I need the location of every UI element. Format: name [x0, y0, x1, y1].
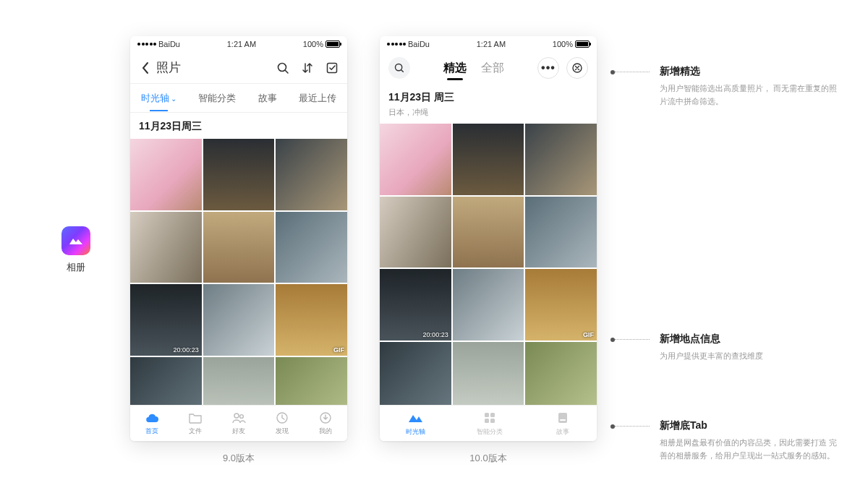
section-header: 11月23日周三: [130, 113, 347, 139]
photo-thumb[interactable]: [380, 342, 451, 405]
svg-rect-2: [328, 63, 337, 72]
annotation-connector-icon: [615, 72, 650, 72]
annotation-title: 新增精选: [660, 65, 841, 78]
signal-dots-icon: [137, 43, 156, 46]
gif-badge: GIF: [583, 331, 594, 338]
section-location: 日本，冲绳: [388, 107, 588, 118]
photo-thumb[interactable]: [453, 124, 524, 195]
photo-thumb[interactable]: 20:00:23: [380, 269, 451, 341]
photo-thumb[interactable]: [203, 212, 275, 283]
grid-icon: [482, 410, 498, 426]
photo-thumb[interactable]: [380, 124, 451, 195]
annotation-location: 新增地点信息 为用户提供更丰富的查找维度: [615, 333, 763, 363]
nav-bar: 照片: [130, 52, 347, 84]
download-icon: [318, 411, 333, 425]
scroll-area[interactable]: 11月23日 周三 日本，冲绳 20:00:23 GIF 11月23日 周三 摩…: [380, 84, 597, 405]
photo-thumb[interactable]: [525, 342, 597, 405]
segment-control: 精选 全部: [443, 61, 504, 76]
battery-label: 100%: [553, 40, 573, 48]
battery-label: 100%: [303, 40, 323, 48]
photo-thumb[interactable]: [276, 357, 347, 405]
photo-thumb[interactable]: [203, 139, 275, 210]
tab-files[interactable]: 文件: [188, 411, 203, 436]
annotation-title: 新增地点信息: [660, 333, 763, 346]
photo-thumb[interactable]: [276, 139, 347, 210]
photo-thumb[interactable]: [453, 269, 524, 341]
photo-thumb[interactable]: GIF: [276, 284, 347, 356]
clock-label: 1:21 AM: [227, 40, 256, 48]
section-date: 11月23日 周三: [388, 91, 588, 104]
carrier-label: BaiDu: [408, 40, 430, 48]
photo-thumb[interactable]: [380, 197, 451, 268]
phone-9: BaiDu 1:21 AM 100% 照片 时光轴⌄ 智能分类 故事 最近上传 …: [130, 36, 347, 441]
photo-thumb[interactable]: [525, 197, 597, 268]
story-icon: [555, 410, 571, 426]
svg-line-1: [286, 70, 289, 73]
back-button[interactable]: 照片: [139, 59, 181, 76]
tab-story[interactable]: 故事: [555, 410, 571, 437]
photo-thumb[interactable]: [276, 212, 347, 283]
scroll-area[interactable]: 11月23日周三 20:00:23 GIF 11月25日周四: [130, 113, 347, 405]
photo-thumb[interactable]: [130, 139, 202, 210]
more-button[interactable]: •••: [537, 57, 559, 79]
tab-timeline[interactable]: 时光轴⌄: [141, 92, 176, 105]
section-date: 11月23日周三: [139, 120, 339, 133]
svg-rect-14: [558, 413, 567, 423]
phone-10: BaiDu 1:21 AM 100% 精选 全部 ••• 11月23日 周三 日…: [380, 36, 597, 441]
nav-title: 照片: [156, 59, 181, 76]
photo-grid: 20:00:23 GIF: [130, 139, 347, 405]
folder-icon: [188, 411, 203, 425]
tab-discover[interactable]: 发现: [275, 411, 289, 436]
tab-story[interactable]: 故事: [258, 92, 277, 105]
video-duration: 20:00:23: [423, 331, 448, 338]
status-bar: BaiDu 1:21 AM 100%: [380, 36, 597, 52]
search-icon[interactable]: [276, 61, 289, 74]
photo-thumb[interactable]: [130, 212, 202, 283]
tab-recent[interactable]: 最近上传: [299, 92, 336, 105]
more-icon: •••: [541, 61, 556, 74]
chevron-left-icon: [139, 61, 152, 74]
svg-rect-13: [490, 419, 495, 423]
select-icon[interactable]: [326, 61, 339, 74]
close-icon: [572, 63, 582, 73]
signal-dots-icon: [387, 43, 406, 46]
tab-smart-category[interactable]: 智能分类: [198, 92, 236, 105]
section-header: 11月23日 周三 日本，冲绳: [380, 84, 597, 124]
svg-line-8: [401, 70, 404, 72]
svg-point-0: [278, 63, 286, 71]
photo-thumb[interactable]: [525, 124, 597, 195]
tab-smart-category[interactable]: 智能分类: [477, 410, 503, 437]
photo-thumb[interactable]: GIF: [525, 269, 597, 341]
sort-icon[interactable]: [301, 61, 314, 74]
photo-thumb[interactable]: [203, 284, 275, 356]
phone-caption-9: 9.0版本: [130, 452, 347, 465]
album-app-icon: [61, 226, 90, 255]
svg-rect-11: [490, 413, 495, 417]
search-button[interactable]: [388, 57, 410, 79]
tab-timeline[interactable]: 时光轴: [406, 410, 425, 437]
timeline-icon: [407, 410, 423, 426]
status-bar: BaiDu 1:21 AM 100%: [130, 36, 347, 52]
photo-thumb[interactable]: [453, 197, 524, 268]
tab-friends[interactable]: 好友: [231, 411, 246, 436]
nav-bar: 精选 全部 •••: [380, 52, 597, 84]
photo-thumb[interactable]: [453, 342, 524, 405]
photo-thumb[interactable]: [130, 357, 202, 405]
photo-thumb[interactable]: 20:00:23: [130, 284, 202, 356]
tab-home[interactable]: 首页: [145, 411, 159, 436]
segment-all[interactable]: 全部: [481, 61, 504, 76]
battery-icon: [575, 40, 590, 48]
search-icon: [393, 62, 405, 74]
bottom-tabbar: 首页 文件 好友 发现 我的: [130, 405, 347, 441]
annotation-connector-icon: [615, 426, 650, 427]
segment-featured[interactable]: 精选: [443, 61, 467, 76]
annotation-desc: 相册是网盘最有价值的内容品类，因此需要打造 完善的相册服务，给用户呈现出一站式服…: [660, 437, 841, 462]
svg-rect-15: [560, 419, 566, 421]
clock-icon: [275, 411, 289, 425]
photo-thumb[interactable]: [203, 357, 275, 405]
app-badge: 相册: [58, 226, 94, 274]
annotation-desc: 为用户提供更丰富的查找维度: [660, 350, 763, 363]
svg-point-4: [240, 415, 244, 419]
close-button[interactable]: [566, 57, 588, 79]
tab-me[interactable]: 我的: [318, 411, 333, 436]
